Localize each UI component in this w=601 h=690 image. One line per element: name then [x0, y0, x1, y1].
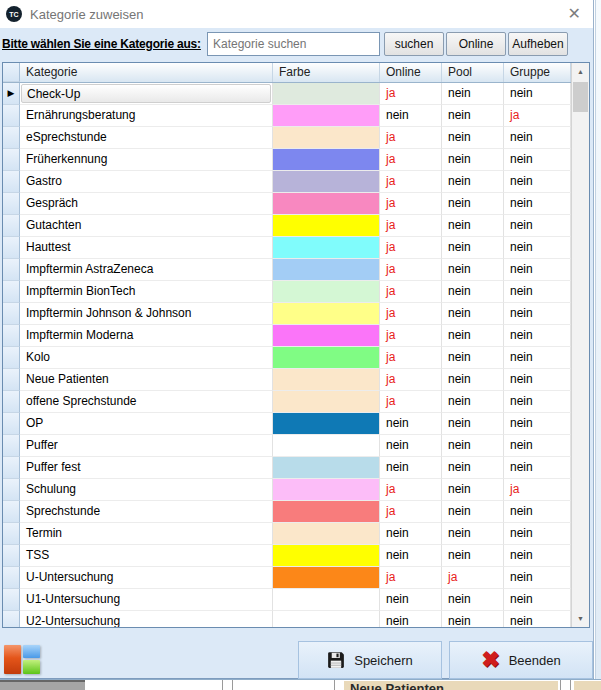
- pool-value[interactable]: nein: [442, 325, 504, 347]
- table-row[interactable]: eSprechstundejaneinnein: [3, 127, 571, 149]
- pool-value[interactable]: nein: [442, 83, 504, 105]
- header-online[interactable]: Online: [380, 63, 442, 82]
- table-row[interactable]: Neue Patientenjaneinnein: [3, 369, 571, 391]
- table-row[interactable]: Puffer festneinneinnein: [3, 457, 571, 479]
- category-cell[interactable]: Hauttest: [20, 237, 273, 259]
- table-row[interactable]: U1-Untersuchungneinneinnein: [3, 589, 571, 611]
- gruppe-value[interactable]: nein: [504, 545, 571, 567]
- table-row[interactable]: Ernährungsberatungneinneinja: [3, 105, 571, 127]
- gruppe-value[interactable]: nein: [504, 215, 571, 237]
- row-selector-cell[interactable]: [3, 545, 20, 567]
- gruppe-value[interactable]: nein: [504, 193, 571, 215]
- pool-value[interactable]: nein: [442, 281, 504, 303]
- pool-value[interactable]: ja: [442, 567, 504, 589]
- gruppe-value[interactable]: nein: [504, 237, 571, 259]
- pool-value[interactable]: nein: [442, 193, 504, 215]
- pool-value[interactable]: nein: [442, 545, 504, 567]
- gruppe-value[interactable]: nein: [504, 611, 571, 627]
- color-swatch[interactable]: [273, 83, 380, 105]
- table-row[interactable]: Kolojaneinnein: [3, 347, 571, 369]
- table-row[interactable]: Gastrojaneinnein: [3, 171, 571, 193]
- online-value[interactable]: ja: [380, 391, 442, 413]
- gruppe-value[interactable]: nein: [504, 303, 571, 325]
- row-selector-cell[interactable]: [3, 325, 20, 347]
- gruppe-value[interactable]: nein: [504, 259, 571, 281]
- color-swatch[interactable]: [273, 347, 380, 369]
- online-value[interactable]: ja: [380, 303, 442, 325]
- pool-value[interactable]: nein: [442, 127, 504, 149]
- clear-button[interactable]: Aufheben: [508, 32, 568, 56]
- category-cell[interactable]: Neue Patienten: [20, 369, 273, 391]
- online-value[interactable]: ja: [380, 149, 442, 171]
- color-swatch[interactable]: [273, 193, 380, 215]
- pool-value[interactable]: nein: [442, 369, 504, 391]
- online-value[interactable]: nein: [380, 611, 442, 627]
- row-selector-cell[interactable]: [3, 369, 20, 391]
- table-row[interactable]: U-Untersuchungjajanein: [3, 567, 571, 589]
- gruppe-value[interactable]: nein: [504, 171, 571, 193]
- online-value[interactable]: ja: [380, 479, 442, 501]
- category-cell[interactable]: Check-Up: [20, 83, 273, 105]
- color-swatch[interactable]: [273, 413, 380, 435]
- header-pool[interactable]: Pool: [442, 63, 504, 82]
- gruppe-value[interactable]: nein: [504, 589, 571, 611]
- scroll-up-icon[interactable]: ▲: [572, 63, 589, 80]
- color-swatch[interactable]: [273, 325, 380, 347]
- pool-value[interactable]: nein: [442, 347, 504, 369]
- table-row[interactable]: Impftermin AstraZenecajaneinnein: [3, 259, 571, 281]
- gruppe-value[interactable]: nein: [504, 347, 571, 369]
- row-selector-cell[interactable]: [3, 457, 20, 479]
- category-cell[interactable]: Impftermin Moderna: [20, 325, 273, 347]
- color-swatch[interactable]: [273, 435, 380, 457]
- color-swatch[interactable]: [273, 237, 380, 259]
- online-value[interactable]: ja: [380, 127, 442, 149]
- row-selector-cell[interactable]: [3, 259, 20, 281]
- table-row[interactable]: Gutachtenjaneinnein: [3, 215, 571, 237]
- color-swatch[interactable]: [273, 611, 380, 627]
- category-cell[interactable]: Gutachten: [20, 215, 273, 237]
- online-value[interactable]: ja: [380, 193, 442, 215]
- close-icon[interactable]: ✕: [562, 4, 587, 24]
- table-row[interactable]: TSSneinneinnein: [3, 545, 571, 567]
- table-row[interactable]: Früherkennungjaneinnein: [3, 149, 571, 171]
- table-row[interactable]: Schulungjaneinja: [3, 479, 571, 501]
- category-cell[interactable]: Impftermin Johnson & Johnson: [20, 303, 273, 325]
- header-farbe[interactable]: Farbe: [273, 63, 380, 82]
- gruppe-value[interactable]: nein: [504, 281, 571, 303]
- row-selector-cell[interactable]: [3, 237, 20, 259]
- online-value[interactable]: nein: [380, 413, 442, 435]
- row-selector-cell[interactable]: [3, 105, 20, 127]
- table-row[interactable]: U2-Untersuchungneinneinnein: [3, 611, 571, 627]
- save-button[interactable]: Speichern: [298, 641, 442, 679]
- pool-value[interactable]: nein: [442, 303, 504, 325]
- row-selector-cell[interactable]: [3, 127, 20, 149]
- row-selector-cell[interactable]: [3, 281, 20, 303]
- gruppe-value[interactable]: nein: [504, 127, 571, 149]
- row-selector-cell[interactable]: [3, 589, 20, 611]
- header-gruppe[interactable]: Gruppe: [504, 63, 571, 82]
- pool-value[interactable]: nein: [442, 523, 504, 545]
- pool-value[interactable]: nein: [442, 589, 504, 611]
- category-cell[interactable]: Puffer fest: [20, 457, 273, 479]
- color-swatch[interactable]: [273, 391, 380, 413]
- online-value[interactable]: ja: [380, 369, 442, 391]
- table-row[interactable]: ▶Check-Upjaneinnein: [3, 83, 571, 105]
- gruppe-value[interactable]: ja: [504, 479, 571, 501]
- category-search-input[interactable]: [207, 32, 380, 56]
- pool-value[interactable]: nein: [442, 149, 504, 171]
- online-value[interactable]: ja: [380, 501, 442, 523]
- row-selector-cell[interactable]: [3, 523, 20, 545]
- online-value[interactable]: ja: [380, 347, 442, 369]
- color-swatch[interactable]: [273, 501, 380, 523]
- gruppe-value[interactable]: nein: [504, 567, 571, 589]
- online-value[interactable]: ja: [380, 567, 442, 589]
- color-swatch[interactable]: [273, 149, 380, 171]
- gruppe-value[interactable]: nein: [504, 369, 571, 391]
- pool-value[interactable]: nein: [442, 105, 504, 127]
- pool-value[interactable]: nein: [442, 435, 504, 457]
- row-selector-cell[interactable]: [3, 435, 20, 457]
- row-selector-cell[interactable]: ▶: [3, 83, 20, 105]
- online-value[interactable]: ja: [380, 215, 442, 237]
- color-swatch[interactable]: [273, 281, 380, 303]
- category-cell[interactable]: TSS: [20, 545, 273, 567]
